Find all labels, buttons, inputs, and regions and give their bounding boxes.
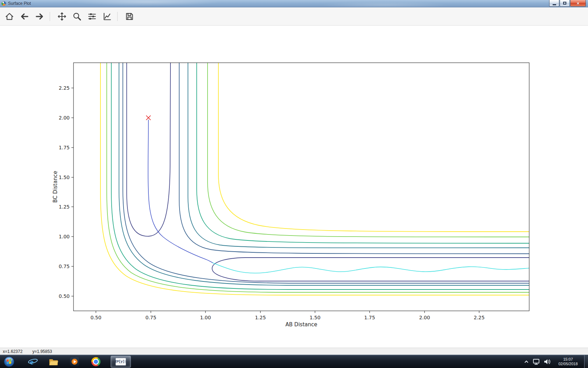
desktop: Surface Plot × <box>0 0 588 368</box>
configure-subplots-button[interactable] <box>85 9 99 23</box>
pan-icon <box>57 12 66 21</box>
x-tick-label: 1.00 <box>200 315 211 320</box>
clock-date: 02/05/2018 <box>555 362 581 366</box>
inner-contour-green <box>208 63 529 237</box>
outer-contour-darkteal <box>119 63 529 285</box>
trajectory-entrance-blue <box>148 120 213 263</box>
windows-logo-icon <box>4 356 15 367</box>
taskbar: e IP[y]: <box>0 355 588 368</box>
outer-contour-blue <box>123 63 529 283</box>
minimize-button[interactable] <box>549 0 559 7</box>
trajectory-exit-cyan <box>213 263 529 273</box>
x-tick-label: 1.25 <box>255 315 266 320</box>
folder-icon <box>49 357 58 366</box>
line-chart-icon <box>103 12 112 21</box>
ipython-icon-label: IP[y]: <box>115 360 126 363</box>
y-tick-label: 1.75 <box>59 145 70 150</box>
close-button[interactable]: × <box>570 0 586 7</box>
outer-contour-yellow <box>100 63 529 295</box>
x-tick-label: 0.75 <box>145 315 156 320</box>
ipython-icon: IP[y]: <box>115 358 126 366</box>
network-tray-button[interactable] <box>532 358 540 366</box>
forward-arrow-icon <box>35 12 44 21</box>
window-titlebar: Surface Plot × <box>0 0 588 7</box>
y-tick-label: 1.50 <box>59 175 70 180</box>
speaker-icon <box>544 358 551 365</box>
y-tick-label: 0.75 <box>59 264 70 269</box>
media-player-icon <box>70 357 79 366</box>
axes-frame <box>74 63 529 311</box>
chrome-icon <box>91 357 100 366</box>
show-desktop-button[interactable] <box>584 355 588 368</box>
x-tick-label: 2.25 <box>474 315 484 320</box>
exit-valley-contour-navy <box>212 258 529 281</box>
system-tray: 15:07 02/05/2018 <box>524 355 588 368</box>
inner-contour-teal <box>197 63 529 243</box>
matplotlib-app-icon <box>1 1 6 6</box>
contour-plot[interactable]: 0.500.751.001.251.501.752.002.250.500.75… <box>0 26 588 348</box>
taskbar-explorer-button[interactable] <box>48 357 59 366</box>
taskbar-chrome-button[interactable] <box>90 357 102 366</box>
y-tick-label: 2.00 <box>59 115 70 121</box>
floppy-save-icon <box>125 12 134 21</box>
maximize-button[interactable] <box>560 0 570 7</box>
cursor-x-readout: x=1.62372 <box>3 349 22 354</box>
toolbar-separator <box>50 12 50 21</box>
chevron-up-icon <box>524 360 529 364</box>
clock-time: 15:07 <box>555 357 581 362</box>
cursor-y-readout: y=1.95853 <box>32 349 52 354</box>
contour-group <box>100 63 529 295</box>
y-tick-label: 1.25 <box>59 204 70 210</box>
volume-tray-button[interactable] <box>544 358 551 365</box>
taskbar-media-player-button[interactable] <box>69 357 80 366</box>
taskbar-internet-explorer-button[interactable]: e <box>27 357 38 366</box>
x-axis-label: AB Distance <box>286 321 317 328</box>
matplotlib-toolbar <box>0 7 588 26</box>
maximize-icon <box>563 2 566 5</box>
magnifier-icon <box>72 12 82 21</box>
home-button[interactable] <box>3 9 16 23</box>
x-tick-label: 2.00 <box>419 315 430 320</box>
close-icon: × <box>577 1 580 6</box>
x-tick-label: 1.75 <box>364 315 375 320</box>
minimize-icon <box>553 4 556 5</box>
back-button[interactable] <box>18 9 31 23</box>
y-tick-label: 2.25 <box>59 85 70 91</box>
save-button[interactable] <box>123 9 136 23</box>
taskbar-ipython-window-button[interactable]: IP[y]: <box>111 356 131 368</box>
y-tick-label: 0.50 <box>59 293 70 299</box>
taskbar-clock[interactable]: 15:07 02/05/2018 <box>555 357 581 366</box>
start-marker-x <box>146 116 150 120</box>
outer-contour-teal <box>111 63 529 289</box>
sliders-icon <box>88 12 97 21</box>
inner-contour-darkteal <box>188 63 529 248</box>
forward-button[interactable] <box>33 9 46 23</box>
window-title: Surface Plot <box>8 1 31 6</box>
x-tick-label: 1.50 <box>309 315 320 320</box>
svg-text:e: e <box>30 357 34 366</box>
zoom-button[interactable] <box>70 9 84 23</box>
statusbar: x=1.62372 y=1.95853 <box>0 348 588 355</box>
y-axis-label: BC Distance <box>52 171 58 203</box>
start-button[interactable] <box>4 356 15 367</box>
show-hidden-icons-button[interactable] <box>524 360 529 364</box>
toolbar-separator <box>117 12 118 21</box>
inner-contour-blue <box>179 63 529 254</box>
back-arrow-icon <box>20 12 29 21</box>
figure-canvas[interactable]: 0.500.751.001.251.501.752.002.250.500.75… <box>0 26 588 348</box>
home-icon <box>5 12 14 21</box>
y-tick-label: 1.00 <box>59 234 70 239</box>
x-tick-label: 0.50 <box>90 315 101 320</box>
pan-button[interactable] <box>55 9 69 23</box>
internet-explorer-icon: e <box>28 357 38 367</box>
edit-parameters-button[interactable] <box>100 9 114 23</box>
monitor-icon <box>532 358 540 366</box>
inner-contour-yellow <box>218 63 529 232</box>
entrance-valley-contour-navy <box>127 63 170 236</box>
